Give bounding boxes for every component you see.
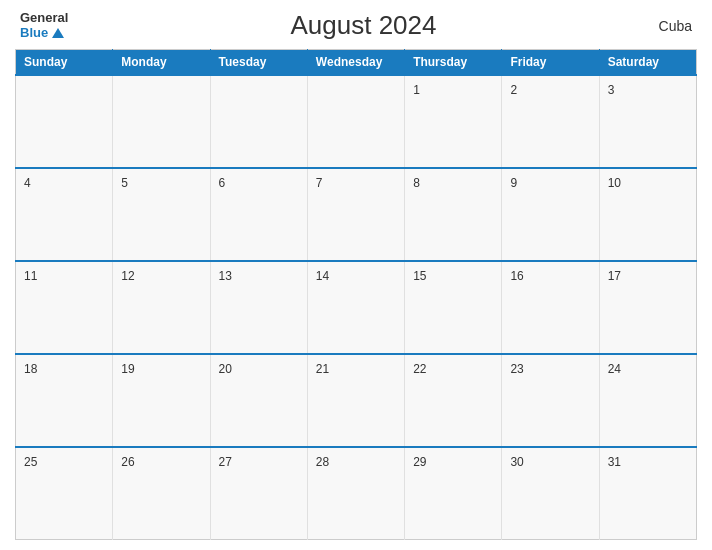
- header-saturday: Saturday: [599, 50, 696, 76]
- calendar-cell: 23: [502, 354, 599, 447]
- day-number: 23: [510, 362, 523, 376]
- calendar-cell: 1: [405, 75, 502, 168]
- day-number: 8: [413, 176, 420, 190]
- calendar-cell: 29: [405, 447, 502, 540]
- logo-triangle-icon: [52, 28, 64, 38]
- calendar-cell: 9: [502, 168, 599, 261]
- calendar-cell: 19: [113, 354, 210, 447]
- calendar-week-row-5: 25262728293031: [16, 447, 697, 540]
- day-number: 18: [24, 362, 37, 376]
- calendar-week-row-2: 45678910: [16, 168, 697, 261]
- day-number: 4: [24, 176, 31, 190]
- calendar-header-row: Sunday Monday Tuesday Wednesday Thursday…: [16, 50, 697, 76]
- calendar-cell: [210, 75, 307, 168]
- day-number: 1: [413, 83, 420, 97]
- header-friday: Friday: [502, 50, 599, 76]
- logo-blue-text: Blue: [20, 26, 64, 40]
- day-number: 21: [316, 362, 329, 376]
- calendar-cell: 3: [599, 75, 696, 168]
- calendar-cell: 11: [16, 261, 113, 354]
- calendar-cell: 13: [210, 261, 307, 354]
- calendar-week-row-1: 123: [16, 75, 697, 168]
- country-label: Cuba: [659, 18, 692, 34]
- day-number: 7: [316, 176, 323, 190]
- day-number: 15: [413, 269, 426, 283]
- calendar-cell: 21: [307, 354, 404, 447]
- calendar-title: August 2024: [68, 10, 658, 41]
- header-monday: Monday: [113, 50, 210, 76]
- calendar-cell: 4: [16, 168, 113, 261]
- day-number: 20: [219, 362, 232, 376]
- day-number: 26: [121, 455, 134, 469]
- day-number: 30: [510, 455, 523, 469]
- day-number: 16: [510, 269, 523, 283]
- day-number: 22: [413, 362, 426, 376]
- day-number: 5: [121, 176, 128, 190]
- day-number: 3: [608, 83, 615, 97]
- calendar-cell: 22: [405, 354, 502, 447]
- calendar-cell: 31: [599, 447, 696, 540]
- calendar-week-row-3: 11121314151617: [16, 261, 697, 354]
- calendar-cell: 10: [599, 168, 696, 261]
- day-number: 10: [608, 176, 621, 190]
- calendar-cell: 6: [210, 168, 307, 261]
- day-number: 14: [316, 269, 329, 283]
- header-thursday: Thursday: [405, 50, 502, 76]
- calendar-cell: 16: [502, 261, 599, 354]
- calendar-cell: 20: [210, 354, 307, 447]
- calendar-cell: 26: [113, 447, 210, 540]
- day-number: 19: [121, 362, 134, 376]
- calendar-cell: 18: [16, 354, 113, 447]
- calendar-cell: 24: [599, 354, 696, 447]
- page: General Blue August 2024 Cuba Sunday Mon…: [0, 0, 712, 550]
- day-number: 17: [608, 269, 621, 283]
- calendar-cell: 27: [210, 447, 307, 540]
- calendar-week-row-4: 18192021222324: [16, 354, 697, 447]
- calendar-cell: 15: [405, 261, 502, 354]
- calendar-cell: 14: [307, 261, 404, 354]
- day-number: 11: [24, 269, 37, 283]
- header-tuesday: Tuesday: [210, 50, 307, 76]
- header-sunday: Sunday: [16, 50, 113, 76]
- calendar-body: 1234567891011121314151617181920212223242…: [16, 75, 697, 540]
- logo: General Blue: [20, 11, 68, 40]
- day-number: 29: [413, 455, 426, 469]
- calendar-cell: 2: [502, 75, 599, 168]
- day-number: 24: [608, 362, 621, 376]
- calendar-cell: [113, 75, 210, 168]
- day-number: 12: [121, 269, 134, 283]
- day-number: 2: [510, 83, 517, 97]
- header-wednesday: Wednesday: [307, 50, 404, 76]
- calendar-cell: 8: [405, 168, 502, 261]
- header: General Blue August 2024 Cuba: [15, 10, 697, 41]
- calendar-cell: 17: [599, 261, 696, 354]
- day-number: 6: [219, 176, 226, 190]
- calendar-cell: 28: [307, 447, 404, 540]
- day-number: 13: [219, 269, 232, 283]
- calendar-cell: [307, 75, 404, 168]
- calendar-cell: 25: [16, 447, 113, 540]
- calendar-cell: 30: [502, 447, 599, 540]
- day-number: 27: [219, 455, 232, 469]
- day-number: 9: [510, 176, 517, 190]
- day-number: 25: [24, 455, 37, 469]
- day-number: 31: [608, 455, 621, 469]
- calendar-cell: 7: [307, 168, 404, 261]
- calendar-cell: 12: [113, 261, 210, 354]
- calendar-cell: 5: [113, 168, 210, 261]
- calendar-table: Sunday Monday Tuesday Wednesday Thursday…: [15, 49, 697, 540]
- calendar-cell: [16, 75, 113, 168]
- day-number: 28: [316, 455, 329, 469]
- logo-general-text: General: [20, 11, 68, 25]
